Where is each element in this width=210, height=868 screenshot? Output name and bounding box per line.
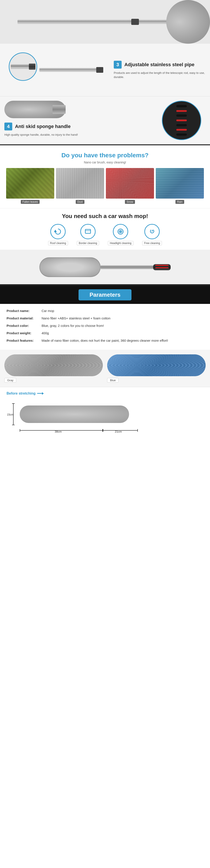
- rotate-icon: [54, 227, 62, 236]
- dimensions-diagram: 15cm 38cm 21cm: [6, 399, 204, 434]
- param-weight-value: 400g: [42, 331, 204, 336]
- pipe-image-area: [4, 48, 109, 92]
- width-21-label: 21cm: [115, 430, 122, 433]
- spiral-icon: [148, 227, 156, 236]
- headlight-cleaning-icon: [113, 224, 128, 239]
- fallen-leaves-image: [6, 168, 54, 198]
- handle-title: Anti skid sponge handle: [15, 124, 71, 129]
- colors-section: Gray Blue: [0, 350, 210, 387]
- square-icon: [84, 227, 92, 236]
- params-badge: Parameters: [79, 289, 131, 301]
- param-name-label: Product name:: [6, 308, 42, 313]
- border-cleaning-icon: [80, 224, 96, 239]
- pipe-info: 3 Adjustable stainless steel pipe Produc…: [109, 61, 206, 79]
- before-stretching-text: Before stretching: [6, 392, 35, 396]
- problems-grid: Fallen leaves Dust Snow Rain: [4, 168, 206, 204]
- rain-image: [156, 168, 204, 198]
- param-weight-row: Product weight: 400g: [6, 331, 204, 336]
- gray-label: Gray: [4, 378, 16, 382]
- param-material-value: Nano fiber +ABS+ stainless steel + foam …: [42, 316, 204, 321]
- dim-mop-shape: [20, 405, 129, 423]
- feature-headlight-cleaning: Headlight cleaning: [108, 224, 133, 245]
- param-color-row: Product color: Blue, gray, 2 colors for …: [6, 323, 204, 329]
- problems-section: Do you have these problems? Nano car bru…: [0, 145, 210, 209]
- gray-variant: Gray: [4, 354, 103, 382]
- pipe-description: Products are used to adjust the length o…: [114, 71, 206, 79]
- mop-product: [40, 256, 170, 278]
- dimensions-section: Before stretching 15cm 38cm 21cm: [0, 387, 210, 438]
- problems-title-static: Do you have: [61, 152, 100, 159]
- width-38-label: 38cm: [55, 430, 62, 433]
- roof-cleaning-label: Roof cleaning: [48, 241, 68, 245]
- params-header: Parameters: [0, 286, 210, 304]
- gray-mop-image: [4, 354, 103, 376]
- dimensions-arrow-icon: [37, 392, 44, 395]
- dust-image: [56, 168, 104, 198]
- pipe-number-badge: 3: [114, 61, 122, 69]
- svg-point-5: [120, 231, 121, 232]
- svg-rect-1: [85, 229, 90, 233]
- problems-title-highlight: these problems?: [100, 152, 149, 159]
- param-color-value: Blue, gray, 2 colors for you to choose f…: [42, 323, 204, 329]
- free-cleaning-label: Free cleaning: [142, 241, 162, 245]
- problem-snow: Snow: [106, 168, 154, 204]
- blue-mop-image: [107, 354, 206, 376]
- svg-marker-0: [54, 230, 56, 232]
- free-cleaning-icon: [145, 224, 160, 239]
- dimensions-title: Before stretching: [6, 392, 204, 396]
- features-title: You need such a car wash mop!: [4, 213, 206, 220]
- param-features-value: Made of nano fiber cotton, does not hurt…: [42, 338, 204, 343]
- mop-product-section: [0, 250, 210, 285]
- param-features-label: Product features:: [6, 338, 42, 343]
- param-name-value: Car mop: [42, 308, 204, 313]
- problems-subtitle: Nano car brush, easy cleaning!: [4, 161, 206, 164]
- pipe-section: 3 Adjustable stainless steel pipe Produc…: [0, 44, 210, 96]
- pipe-title: Adjustable stainless steel pipe: [124, 62, 194, 67]
- param-features-row: Product features: Made of nano fiber cot…: [6, 338, 204, 343]
- dust-label: Dust: [76, 200, 85, 204]
- problem-dust: Dust: [56, 168, 104, 204]
- problems-title: Do you have these problems?: [4, 152, 206, 159]
- params-section: Product name: Car mop Product material: …: [0, 304, 210, 350]
- mop-head: [40, 257, 101, 277]
- blue-variant: Blue: [107, 354, 206, 382]
- handle-description: High quality sponge handle, durable, no …: [4, 133, 81, 137]
- snow-image: [106, 168, 154, 198]
- param-material-row: Product material: Nano fiber +ABS+ stain…: [6, 316, 204, 321]
- top-banner: [0, 0, 210, 44]
- problem-fallen-leaves: Fallen leaves: [6, 168, 54, 204]
- headlight-cleaning-label: Headlight cleaning: [108, 241, 133, 245]
- feature-border-cleaning: Border cleaning: [77, 224, 99, 245]
- circle-rings-icon: [116, 227, 125, 236]
- problem-rain: Rain: [156, 168, 204, 204]
- handle-left: 4 Anti skid sponge handle High quality s…: [4, 101, 81, 137]
- features-section: You need such a car wash mop! Roof clean…: [0, 209, 210, 250]
- param-color-label: Product color:: [6, 323, 42, 329]
- snow-label: Snow: [125, 200, 135, 204]
- param-name-row: Product name: Car mop: [6, 308, 204, 313]
- handle-number-badge: 4: [4, 123, 12, 130]
- banner-connector: [131, 19, 139, 25]
- banner-mop-head: [166, 0, 210, 44]
- mop-grip: [153, 264, 170, 270]
- rain-label: Rain: [176, 200, 184, 204]
- fallen-leaves-label: Fallen leaves: [21, 200, 40, 204]
- param-material-label: Product material:: [6, 316, 42, 321]
- height-label: 15cm: [7, 413, 14, 416]
- feature-free-cleaning: Free cleaning: [142, 224, 162, 245]
- features-icons: Roof cleaning Border cleaning Headlight: [4, 224, 206, 245]
- handle-circle-image: [162, 101, 201, 140]
- param-weight-label: Product weight:: [6, 331, 42, 336]
- roof-cleaning-icon: [50, 224, 65, 239]
- mop-pole: [101, 265, 153, 269]
- pipe-circle: [9, 53, 37, 81]
- feature-roof-cleaning: Roof cleaning: [48, 224, 68, 245]
- handle-section: 4 Anti skid sponge handle High quality s…: [0, 96, 210, 145]
- border-cleaning-label: Border cleaning: [77, 241, 99, 245]
- blue-label: Blue: [107, 378, 119, 382]
